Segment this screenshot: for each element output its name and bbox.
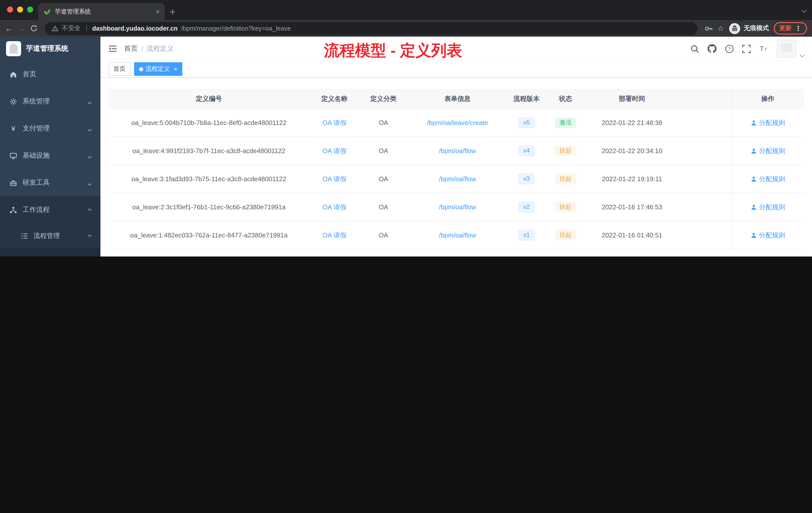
- window-controls[interactable]: [7, 6, 33, 12]
- logo-avatar: [6, 41, 21, 56]
- table-row: oa_leave:1:482ec033-762a-11ec-8477-a2380…: [109, 221, 804, 249]
- form-link[interactable]: /bpm/oa/flow: [439, 203, 476, 211]
- col-form-info: 表单信息: [407, 89, 508, 109]
- browser-tabstrip: 芋道管理系统 × +: [0, 0, 812, 20]
- version-badge: v2: [518, 202, 534, 212]
- font-size-icon[interactable]: TT: [759, 45, 768, 53]
- assign-rule-label: 分配规则: [759, 146, 785, 155]
- table-row: oa_leave:5:004b710b-7b8a-11ec-8ef0-acde4…: [109, 109, 804, 137]
- sidebar-item-dev-tools[interactable]: 研发工具: [0, 169, 100, 196]
- browser-tab[interactable]: 芋道管理系统 ×: [38, 3, 165, 20]
- cell-deploy-time: 2022-01-22 21:48:38: [585, 109, 678, 137]
- key-icon[interactable]: [704, 24, 712, 32]
- svg-text:?: ?: [728, 46, 731, 52]
- list-icon: [20, 233, 29, 239]
- tab-close-icon[interactable]: ×: [156, 7, 160, 16]
- col-definition-id: 定义编号: [109, 89, 309, 109]
- github-icon[interactable]: [707, 44, 717, 53]
- browser-update-button[interactable]: 更新 ⋮: [774, 22, 807, 35]
- cell-definition-id: oa_leave:1:482ec033-762a-11ec-8477-a2380…: [109, 221, 309, 249]
- url-host: dashboard.yudao.iocoder.cn: [92, 25, 177, 32]
- tag-process-definition[interactable]: 流程定义 ×: [134, 62, 182, 76]
- version-badge: v3: [518, 174, 534, 184]
- app-logo: 芋道管理系统: [0, 37, 100, 61]
- definition-name-link[interactable]: OA 请假: [322, 231, 346, 240]
- sidebar-item-payment-management[interactable]: ¥ 支付管理: [0, 115, 100, 142]
- form-link[interactable]: /bpm/oa/flow: [439, 175, 476, 183]
- update-label: 更新: [779, 24, 791, 33]
- page-annotation: 流程模型 - 定义列表: [324, 40, 462, 61]
- breadcrumb-home[interactable]: 首页: [124, 44, 138, 53]
- bookmark-star-icon[interactable]: ☆: [717, 25, 724, 32]
- assign-rule-link[interactable]: 分配规则: [751, 175, 785, 183]
- assign-rule-label: 分配规则: [759, 118, 785, 127]
- browser-toolbar: ← → 不安全 dashboard.yudao.iocoder.cn/bpm/m…: [0, 20, 812, 37]
- tab-search-icon[interactable]: [803, 5, 806, 14]
- cell-definition-id: oa_leave:3:1fad3d93-7b75-11ec-a3c8-acde4…: [109, 165, 309, 193]
- col-status: 状态: [545, 89, 585, 109]
- gear-icon: [9, 98, 18, 105]
- breadcrumb-separator: /: [141, 45, 143, 53]
- sidebar-item-infrastructure[interactable]: 基础设施: [0, 142, 100, 169]
- sidebar-item-process-form[interactable]: 流程表单: [0, 248, 100, 256]
- version-badge: v1: [518, 230, 534, 240]
- workflow-icon: [9, 206, 18, 214]
- definition-name-link[interactable]: OA 请假: [322, 175, 346, 183]
- assign-rule-link[interactable]: 分配规则: [751, 203, 785, 212]
- reload-icon[interactable]: [30, 25, 38, 32]
- chevron-down-icon: [88, 125, 91, 132]
- svg-text:T: T: [760, 45, 764, 53]
- help-icon[interactable]: ?: [725, 44, 734, 53]
- forward-icon[interactable]: →: [18, 25, 25, 32]
- status-badge: 挂起: [555, 174, 576, 184]
- definition-name-link[interactable]: OA 请假: [322, 203, 346, 212]
- sidebar-item-system-management[interactable]: 系统管理: [0, 88, 100, 115]
- cell-deploy-time: 2022-01-22 19:19:11: [585, 165, 678, 193]
- cell-deploy-time: 2022-01-16 01:40:51: [585, 221, 678, 249]
- close-window-button[interactable]: [7, 6, 13, 12]
- avatar-caret-icon[interactable]: [801, 50, 804, 59]
- cell-category: OA: [359, 137, 407, 164]
- address-bar[interactable]: 不安全 dashboard.yudao.iocoder.cn/bpm/manag…: [45, 22, 697, 35]
- page-content: 定义编号 定义名称 定义分类 表单信息 流程版本 状态 部署时间 操作 oa_l…: [100, 78, 812, 256]
- security-label[interactable]: 不安全: [62, 24, 81, 33]
- cell-deploy-time: 2022-01-16 17:46:53: [585, 193, 678, 221]
- sidebar-item-workflow[interactable]: 工作流程: [0, 196, 100, 223]
- app-title: 芋道管理系统: [26, 44, 68, 53]
- definition-name-link[interactable]: OA 请假: [322, 118, 346, 127]
- col-definition-name: 定义名称: [309, 89, 359, 109]
- form-link[interactable]: /bpm/oa/flow: [439, 147, 476, 155]
- table-row: oa_leave:2:3c1f0ef1-76b1-11ec-9c66-a2380…: [109, 193, 804, 221]
- tag-home[interactable]: 首页: [109, 62, 130, 76]
- table-row: oa_leave:3:1fad3d93-7b75-11ec-a3c8-acde4…: [109, 165, 804, 193]
- cell-definition-id: oa_leave:2:3c1f0ef1-76b1-11ec-9c66-a2380…: [109, 193, 309, 221]
- form-link[interactable]: /bpm/oa/flow: [439, 232, 476, 239]
- status-badge: 激活: [555, 118, 576, 128]
- chevron-down-icon: [88, 98, 91, 105]
- definition-name-link[interactable]: OA 请假: [322, 146, 346, 155]
- col-process-version: 流程版本: [508, 89, 545, 109]
- url-path: /bpm/manager/definition?key=oa_leave: [181, 25, 291, 32]
- search-icon[interactable]: [691, 44, 699, 53]
- fullscreen-icon[interactable]: [742, 44, 751, 53]
- version-badge: v4: [518, 146, 534, 156]
- assign-rule-link[interactable]: 分配规则: [751, 146, 785, 155]
- screen: 芋道管理系统 × + ← → 不安全 dashboard.yudao.iocod…: [0, 0, 812, 256]
- browser-menu-icon[interactable]: ⋮: [795, 25, 802, 32]
- sidebar-item-process-management[interactable]: 流程管理: [0, 223, 100, 248]
- avatar[interactable]: [777, 40, 796, 58]
- form-link[interactable]: /bpm/oa/leave/create: [427, 119, 488, 126]
- sidebar: 芋道管理系统 首页 系统管理 ¥ 支付管理 基础设施: [0, 37, 100, 256]
- new-tab-button[interactable]: +: [170, 7, 175, 17]
- assign-rule-link[interactable]: 分配规则: [751, 118, 785, 127]
- tag-close-icon[interactable]: ×: [174, 65, 177, 72]
- sidebar-item-home[interactable]: 首页: [0, 61, 100, 88]
- back-icon[interactable]: ←: [5, 25, 12, 32]
- collapse-sidebar-icon[interactable]: [109, 45, 117, 52]
- version-badge: v5: [518, 118, 534, 128]
- maximize-window-button[interactable]: [27, 6, 33, 12]
- status-badge: 挂起: [555, 146, 576, 156]
- minimize-window-button[interactable]: [17, 6, 23, 12]
- assign-rule-link[interactable]: 分配规则: [751, 231, 785, 240]
- app-navbar: 首页 / 流程定义 流程模型 - 定义列表 ?: [100, 37, 812, 61]
